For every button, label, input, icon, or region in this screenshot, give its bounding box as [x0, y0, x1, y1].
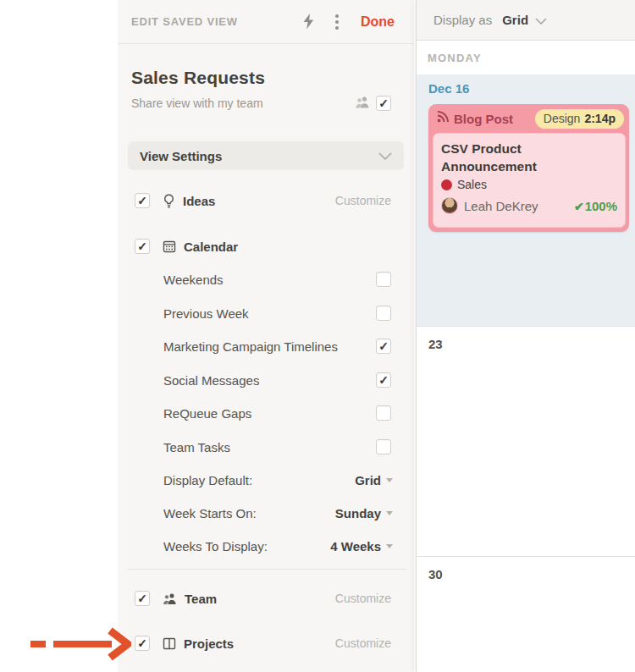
card-title: CSV Product Announcement	[441, 140, 581, 175]
select-row-weeks-to-display: Weeks To Display: 4 Weeks	[118, 537, 414, 554]
display-as-label: Display as	[433, 13, 492, 27]
chevron-down-icon	[378, 148, 392, 163]
chevron-down-icon[interactable]	[535, 13, 547, 28]
option-row-previous-week: Previous Week	[118, 305, 414, 322]
chevron-down-icon	[386, 544, 393, 548]
rss-icon	[437, 111, 449, 126]
option-row-weekends: Weekends	[118, 271, 414, 288]
calendar-icon	[163, 240, 176, 253]
previous-week-checkbox[interactable]	[376, 306, 391, 321]
projects-customize-link[interactable]: Customize	[335, 636, 391, 650]
select-label: Weeks To Display:	[163, 539, 330, 554]
calendar-checkbox[interactable]	[135, 239, 150, 254]
option-label: Team Tasks	[163, 440, 376, 454]
card-header: Blog Post Design 2:14p	[428, 104, 629, 133]
blog-post-card[interactable]: Blog Post Design 2:14p CSV Product Annou…	[428, 104, 629, 232]
select-row-display-default: Display Default: Grid	[118, 471, 414, 488]
done-button[interactable]: Done	[361, 14, 395, 30]
calendar-week-current[interactable]: Dec 16 Blog Post Design 2:14p CSV Produc	[417, 74, 635, 326]
week-starts-on-select[interactable]: Sunday	[335, 506, 393, 521]
projects-label: Projects	[184, 636, 234, 651]
option-label: Previous Week	[163, 306, 376, 321]
panel-title: EDIT SAVED VIEW	[131, 15, 302, 28]
calendar-label: Calendar	[184, 240, 238, 254]
weeks-to-display-select[interactable]: 4 Weeks	[330, 539, 393, 554]
team-icon	[163, 592, 177, 605]
display-as-value[interactable]: Grid	[502, 13, 528, 27]
section-row-ideas: Ideas Customize	[118, 192, 414, 209]
marketing-campaign-timelines-checkbox[interactable]	[376, 339, 391, 354]
calendar-toolbar: Display as Grid	[417, 0, 635, 41]
date-label: 23	[428, 337, 443, 351]
option-row-requeue-gaps: ReQueue Gaps	[118, 405, 414, 421]
ideas-checkbox[interactable]	[135, 193, 150, 208]
select-value: Sunday	[335, 506, 381, 521]
team-people-icon	[355, 95, 370, 113]
date-label: Dec 16	[428, 81, 469, 96]
option-row-marketing-campaign-timelines: Marketing Campaign Timelines	[118, 338, 414, 355]
select-value: 4 Weeks	[330, 539, 381, 554]
calendar-week-row[interactable]: 30	[417, 556, 635, 671]
team-tasks-checkbox[interactable]	[376, 439, 391, 454]
view-settings-dropdown[interactable]: View Settings	[128, 141, 404, 170]
tag-label: Sales	[457, 178, 487, 191]
ideas-label: Ideas	[183, 194, 215, 208]
owner-row: Leah DeKrey 100%	[441, 197, 617, 214]
panel-header: EDIT SAVED VIEW Done	[118, 0, 414, 44]
divider	[128, 569, 406, 570]
option-row-social-messages: Social Messages	[118, 372, 414, 388]
section-row-team: Team Customize	[118, 590, 414, 607]
chevron-down-icon	[386, 478, 393, 482]
progress-value: 100%	[585, 199, 617, 213]
view-name-title: Sales Requests	[131, 68, 265, 88]
card-type-label: Blog Post	[454, 112, 513, 126]
lightbulb-icon	[163, 194, 175, 208]
edit-saved-view-panel: EDIT SAVED VIEW Done Sales Requests Shar…	[118, 0, 414, 672]
weekends-checkbox[interactable]	[376, 272, 391, 287]
more-options-icon[interactable]	[335, 14, 339, 30]
team-label: Team	[185, 592, 217, 606]
lightning-icon[interactable]	[302, 14, 315, 30]
calendar-panel: Display as Grid MONDAY Dec 16 Blog Post …	[416, 0, 635, 672]
avatar	[441, 197, 458, 214]
ideas-customize-link[interactable]: Customize	[335, 194, 391, 207]
display-default-select[interactable]: Grid	[355, 473, 393, 487]
share-checkbox[interactable]	[376, 96, 391, 111]
tag-color-dot	[441, 179, 452, 190]
option-label: ReQueue Gaps	[163, 406, 376, 421]
select-value: Grid	[355, 473, 381, 487]
view-settings-label: View Settings	[140, 149, 378, 163]
badge-time: 2:14p	[584, 112, 616, 125]
owner-name: Leah DeKrey	[464, 199, 574, 213]
share-label: Share view with my team	[131, 96, 355, 110]
progress-indicator: 100%	[574, 199, 617, 213]
calendar-week-row[interactable]: 23	[417, 326, 635, 556]
section-row-calendar: Calendar	[118, 238, 414, 255]
section-row-projects: Projects Customize	[118, 635, 414, 652]
callout-arrow-icon	[28, 627, 131, 661]
select-label: Week Starts On:	[163, 506, 335, 521]
option-label: Marketing Campaign Timelines	[163, 339, 376, 354]
badge-stage: Design	[544, 112, 581, 125]
card-body: CSV Product Announcement Sales Leah DeKr…	[433, 133, 626, 228]
team-customize-link[interactable]: Customize	[335, 592, 391, 605]
requeue-gaps-checkbox[interactable]	[376, 405, 391, 421]
option-label: Social Messages	[163, 373, 376, 388]
select-label: Display Default:	[163, 473, 355, 487]
option-label: Weekends	[163, 273, 376, 287]
projects-checkbox[interactable]	[135, 636, 150, 651]
chevron-down-icon	[386, 511, 393, 515]
option-row-team-tasks: Team Tasks	[118, 438, 414, 455]
social-messages-checkbox[interactable]	[376, 372, 391, 388]
day-column-header: MONDAY	[417, 41, 635, 74]
team-checkbox[interactable]	[135, 591, 150, 606]
status-badge[interactable]: Design 2:14p	[535, 109, 624, 129]
share-row: Share view with my team	[131, 94, 391, 113]
date-label: 30	[428, 567, 443, 581]
select-row-week-starts-on: Week Starts On: Sunday	[118, 504, 414, 521]
check-icon	[574, 199, 585, 213]
projects-board-icon	[163, 637, 176, 650]
tag-row: Sales	[441, 178, 617, 191]
